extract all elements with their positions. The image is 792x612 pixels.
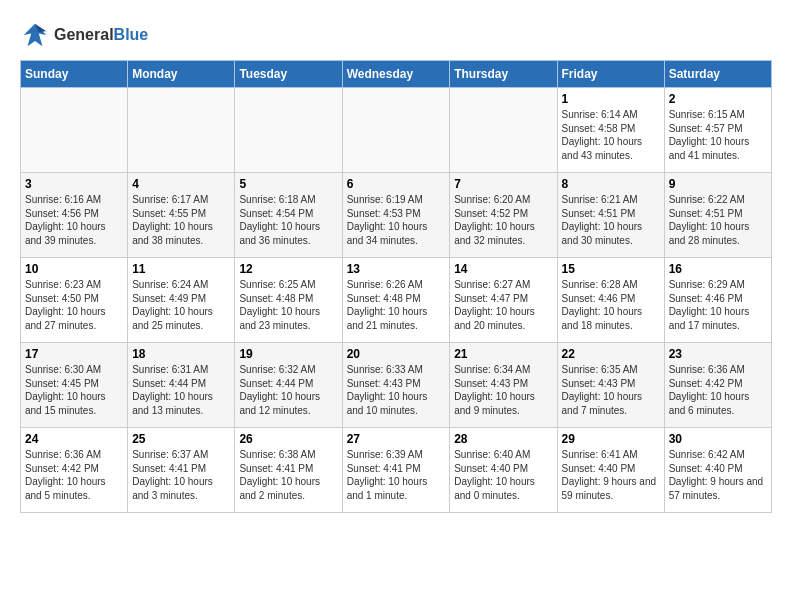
day-number: 2 <box>669 92 767 106</box>
day-number: 3 <box>25 177 123 191</box>
logo-text: GeneralBlue <box>54 26 148 44</box>
svg-marker-0 <box>24 24 47 47</box>
day-number: 17 <box>25 347 123 361</box>
calendar-cell: 14 Sunrise: 6:27 AMSunset: 4:47 PMDaylig… <box>450 258 557 343</box>
day-number: 30 <box>669 432 767 446</box>
calendar-cell: 25 Sunrise: 6:37 AMSunset: 4:41 PMDaylig… <box>128 428 235 513</box>
calendar-cell: 27 Sunrise: 6:39 AMSunset: 4:41 PMDaylig… <box>342 428 450 513</box>
day-info: Sunrise: 6:22 AMSunset: 4:51 PMDaylight:… <box>669 193 767 247</box>
calendar-cell: 24 Sunrise: 6:36 AMSunset: 4:42 PMDaylig… <box>21 428 128 513</box>
day-number: 26 <box>239 432 337 446</box>
calendar-cell: 10 Sunrise: 6:23 AMSunset: 4:50 PMDaylig… <box>21 258 128 343</box>
calendar-cell: 5 Sunrise: 6:18 AMSunset: 4:54 PMDayligh… <box>235 173 342 258</box>
header: GeneralBlue <box>20 20 772 50</box>
calendar-cell: 6 Sunrise: 6:19 AMSunset: 4:53 PMDayligh… <box>342 173 450 258</box>
calendar-cell: 19 Sunrise: 6:32 AMSunset: 4:44 PMDaylig… <box>235 343 342 428</box>
weekday-header: Sunday <box>21 61 128 88</box>
day-info: Sunrise: 6:24 AMSunset: 4:49 PMDaylight:… <box>132 278 230 332</box>
calendar-cell: 29 Sunrise: 6:41 AMSunset: 4:40 PMDaylig… <box>557 428 664 513</box>
calendar-week-row: 3 Sunrise: 6:16 AMSunset: 4:56 PMDayligh… <box>21 173 772 258</box>
day-number: 29 <box>562 432 660 446</box>
day-info: Sunrise: 6:41 AMSunset: 4:40 PMDaylight:… <box>562 448 660 502</box>
day-info: Sunrise: 6:40 AMSunset: 4:40 PMDaylight:… <box>454 448 552 502</box>
day-info: Sunrise: 6:29 AMSunset: 4:46 PMDaylight:… <box>669 278 767 332</box>
day-number: 9 <box>669 177 767 191</box>
day-number: 15 <box>562 262 660 276</box>
day-number: 20 <box>347 347 446 361</box>
day-number: 23 <box>669 347 767 361</box>
weekday-header: Thursday <box>450 61 557 88</box>
day-number: 16 <box>669 262 767 276</box>
day-number: 8 <box>562 177 660 191</box>
calendar-cell: 15 Sunrise: 6:28 AMSunset: 4:46 PMDaylig… <box>557 258 664 343</box>
day-number: 11 <box>132 262 230 276</box>
calendar-cell: 26 Sunrise: 6:38 AMSunset: 4:41 PMDaylig… <box>235 428 342 513</box>
calendar-week-row: 10 Sunrise: 6:23 AMSunset: 4:50 PMDaylig… <box>21 258 772 343</box>
calendar-week-row: 24 Sunrise: 6:36 AMSunset: 4:42 PMDaylig… <box>21 428 772 513</box>
day-number: 14 <box>454 262 552 276</box>
logo: GeneralBlue <box>20 20 148 50</box>
calendar-cell: 22 Sunrise: 6:35 AMSunset: 4:43 PMDaylig… <box>557 343 664 428</box>
calendar-week-row: 1 Sunrise: 6:14 AMSunset: 4:58 PMDayligh… <box>21 88 772 173</box>
calendar-cell: 3 Sunrise: 6:16 AMSunset: 4:56 PMDayligh… <box>21 173 128 258</box>
calendar-cell: 16 Sunrise: 6:29 AMSunset: 4:46 PMDaylig… <box>664 258 771 343</box>
day-info: Sunrise: 6:16 AMSunset: 4:56 PMDaylight:… <box>25 193 123 247</box>
day-number: 6 <box>347 177 446 191</box>
calendar-cell: 2 Sunrise: 6:15 AMSunset: 4:57 PMDayligh… <box>664 88 771 173</box>
day-info: Sunrise: 6:15 AMSunset: 4:57 PMDaylight:… <box>669 108 767 162</box>
calendar-table: SundayMondayTuesdayWednesdayThursdayFrid… <box>20 60 772 513</box>
day-info: Sunrise: 6:31 AMSunset: 4:44 PMDaylight:… <box>132 363 230 417</box>
calendar-cell: 7 Sunrise: 6:20 AMSunset: 4:52 PMDayligh… <box>450 173 557 258</box>
day-info: Sunrise: 6:33 AMSunset: 4:43 PMDaylight:… <box>347 363 446 417</box>
day-info: Sunrise: 6:36 AMSunset: 4:42 PMDaylight:… <box>25 448 123 502</box>
logo-icon <box>20 20 50 50</box>
calendar-cell: 18 Sunrise: 6:31 AMSunset: 4:44 PMDaylig… <box>128 343 235 428</box>
day-number: 12 <box>239 262 337 276</box>
day-number: 19 <box>239 347 337 361</box>
calendar-cell <box>21 88 128 173</box>
day-info: Sunrise: 6:28 AMSunset: 4:46 PMDaylight:… <box>562 278 660 332</box>
day-number: 1 <box>562 92 660 106</box>
calendar-cell: 12 Sunrise: 6:25 AMSunset: 4:48 PMDaylig… <box>235 258 342 343</box>
day-info: Sunrise: 6:32 AMSunset: 4:44 PMDaylight:… <box>239 363 337 417</box>
day-info: Sunrise: 6:25 AMSunset: 4:48 PMDaylight:… <box>239 278 337 332</box>
day-info: Sunrise: 6:39 AMSunset: 4:41 PMDaylight:… <box>347 448 446 502</box>
weekday-header: Friday <box>557 61 664 88</box>
day-info: Sunrise: 6:18 AMSunset: 4:54 PMDaylight:… <box>239 193 337 247</box>
weekday-header: Saturday <box>664 61 771 88</box>
day-number: 18 <box>132 347 230 361</box>
day-info: Sunrise: 6:27 AMSunset: 4:47 PMDaylight:… <box>454 278 552 332</box>
day-info: Sunrise: 6:20 AMSunset: 4:52 PMDaylight:… <box>454 193 552 247</box>
weekday-header: Monday <box>128 61 235 88</box>
calendar-cell: 17 Sunrise: 6:30 AMSunset: 4:45 PMDaylig… <box>21 343 128 428</box>
day-number: 24 <box>25 432 123 446</box>
calendar-cell: 4 Sunrise: 6:17 AMSunset: 4:55 PMDayligh… <box>128 173 235 258</box>
day-info: Sunrise: 6:36 AMSunset: 4:42 PMDaylight:… <box>669 363 767 417</box>
day-info: Sunrise: 6:34 AMSunset: 4:43 PMDaylight:… <box>454 363 552 417</box>
day-info: Sunrise: 6:42 AMSunset: 4:40 PMDaylight:… <box>669 448 767 502</box>
weekday-header: Tuesday <box>235 61 342 88</box>
day-number: 13 <box>347 262 446 276</box>
calendar-cell <box>450 88 557 173</box>
weekday-header-row: SundayMondayTuesdayWednesdayThursdayFrid… <box>21 61 772 88</box>
day-number: 28 <box>454 432 552 446</box>
day-info: Sunrise: 6:30 AMSunset: 4:45 PMDaylight:… <box>25 363 123 417</box>
calendar-cell: 21 Sunrise: 6:34 AMSunset: 4:43 PMDaylig… <box>450 343 557 428</box>
calendar-cell: 23 Sunrise: 6:36 AMSunset: 4:42 PMDaylig… <box>664 343 771 428</box>
day-number: 4 <box>132 177 230 191</box>
day-info: Sunrise: 6:38 AMSunset: 4:41 PMDaylight:… <box>239 448 337 502</box>
day-info: Sunrise: 6:35 AMSunset: 4:43 PMDaylight:… <box>562 363 660 417</box>
day-number: 7 <box>454 177 552 191</box>
day-number: 22 <box>562 347 660 361</box>
calendar-cell: 9 Sunrise: 6:22 AMSunset: 4:51 PMDayligh… <box>664 173 771 258</box>
day-number: 5 <box>239 177 337 191</box>
weekday-header: Wednesday <box>342 61 450 88</box>
day-info: Sunrise: 6:19 AMSunset: 4:53 PMDaylight:… <box>347 193 446 247</box>
day-info: Sunrise: 6:21 AMSunset: 4:51 PMDaylight:… <box>562 193 660 247</box>
calendar-cell: 20 Sunrise: 6:33 AMSunset: 4:43 PMDaylig… <box>342 343 450 428</box>
day-info: Sunrise: 6:17 AMSunset: 4:55 PMDaylight:… <box>132 193 230 247</box>
calendar-cell <box>128 88 235 173</box>
day-info: Sunrise: 6:23 AMSunset: 4:50 PMDaylight:… <box>25 278 123 332</box>
day-info: Sunrise: 6:14 AMSunset: 4:58 PMDaylight:… <box>562 108 660 162</box>
calendar-cell <box>342 88 450 173</box>
